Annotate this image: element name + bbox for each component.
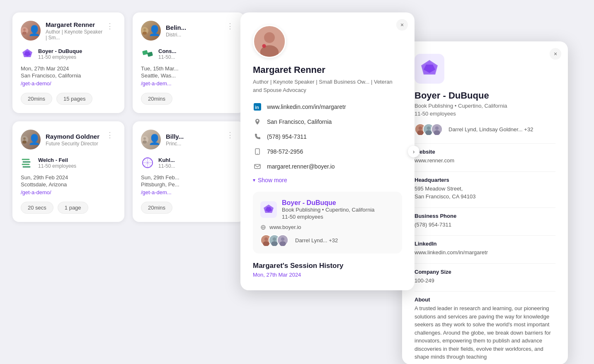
raymond-link[interactable]: /get-a-demo/	[21, 189, 51, 195]
card-menu-dots[interactable]: ⋮	[104, 21, 116, 31]
location-icon	[253, 117, 262, 126]
billy-name: Billy...	[166, 133, 184, 140]
card-belin[interactable]: Belin... Distri... ⋮ Cons... 11-50... Tu…	[133, 12, 245, 113]
visit-date: Mon, 27th Mar 2024	[21, 65, 116, 72]
divider-4	[415, 235, 555, 236]
card-person-raymond: Raymond Goldner Future Security Director	[21, 130, 99, 149]
svg-rect-6	[142, 50, 148, 55]
popup-company-desc: Book Publishing • Cupertino, California	[282, 207, 375, 213]
email-row: margaret.renner@boyer.io	[253, 162, 402, 171]
raymond-title: Future Security Director	[46, 141, 99, 147]
visit-location: San Francisco, California	[21, 72, 116, 79]
mobile-value: 798-572-2956	[267, 148, 303, 155]
raymond-menu[interactable]: ⋮	[104, 130, 116, 140]
company-popup-close[interactable]: ×	[550, 48, 561, 60]
card-belin-menu[interactable]: ⋮	[224, 21, 236, 31]
person-popup-avatar	[253, 25, 286, 58]
pages-badge: 15 pages	[56, 93, 93, 105]
date-location-raymond: Sun, 29th Feb 2024 Scottsdale, Arizona /…	[21, 174, 116, 196]
svg-point-40	[264, 237, 268, 241]
raymond-company: Welch - Feil	[38, 157, 76, 163]
divider-6	[415, 291, 555, 292]
belin-link[interactable]: /get-a-dem...	[141, 80, 172, 87]
card-person-info: Margaret Renner Author | Keynote Speaker…	[46, 21, 104, 41]
visit-link[interactable]: /get-a-demo/	[21, 80, 51, 87]
company-info-billy: Kuhl... 11-50...	[158, 157, 175, 169]
divider-5	[415, 263, 555, 264]
raymond-pages: 1 page	[58, 202, 88, 214]
person-company-card[interactable]: Boyer - DuBuque Book Publishing • Cupert…	[253, 192, 402, 253]
company-row-billy: Kuhl... 11-50...	[141, 156, 236, 169]
card-raymond[interactable]: Raymond Goldner Future Security Director…	[12, 121, 124, 222]
raymond-location: Scottsdale, Arizona	[21, 181, 116, 188]
billy-title: Princ...	[166, 141, 184, 147]
raymond-name: Raymond Goldner	[46, 133, 99, 140]
show-more-row[interactable]: ▾ Show more	[253, 177, 402, 183]
website-value: www.renner.com	[415, 157, 555, 165]
business-phone-label: Business Phone	[415, 213, 555, 219]
company-detail-avatars	[415, 123, 439, 135]
svg-point-2	[22, 31, 27, 35]
linkedin-label: LinkedIn	[415, 241, 555, 247]
svg-text:in: in	[255, 105, 259, 110]
card-person: Margaret Renner Author | Keynote Speaker…	[21, 21, 104, 41]
raymond-duration: 20 secs	[21, 202, 53, 214]
svg-point-30	[264, 32, 275, 43]
card-header-raymond: Raymond Goldner Future Security Director…	[21, 130, 116, 149]
mobile-icon	[253, 147, 262, 156]
session-history: Margaret's Session History Mon, 27th Mar…	[253, 262, 402, 278]
avatar-billy	[141, 130, 161, 149]
company-nav-arrow[interactable]: ›	[408, 146, 419, 157]
linkedin-section: LinkedIn www.linkedin.com/in/margaretr	[415, 241, 555, 257]
company-size-label: Company Size	[415, 269, 555, 275]
person-popup-close[interactable]: ×	[396, 19, 408, 31]
divider-3	[415, 207, 555, 208]
website-section: Website www.renner.com	[415, 149, 555, 165]
belin-duration: 20mins	[141, 93, 172, 105]
billy-duration: 20mins	[141, 202, 172, 214]
svg-point-4	[143, 29, 146, 31]
svg-point-52	[427, 126, 431, 130]
headquarters-value: 595 Meadow Street,San Francisco, CA 9410…	[415, 185, 555, 201]
linkedin-detail-value: www.linkedin.com/in/margaretr	[415, 248, 555, 257]
popup-company-name[interactable]: Boyer - DuBuque	[282, 199, 375, 207]
card-margaret[interactable]: Margaret Renner Author | Keynote Speaker…	[12, 12, 124, 113]
belin-location: Seattle, Was...	[141, 72, 236, 79]
card-footer-belin: 20mins	[141, 93, 236, 105]
headquarters-section: Headquarters 595 Meadow Street,San Franc…	[415, 177, 555, 201]
card-billy[interactable]: Billy... Princ... ⋮	[133, 121, 245, 222]
card-belin-title: Distri...	[166, 32, 186, 38]
divider-2	[415, 171, 555, 172]
company-avatar-3	[431, 123, 443, 135]
card-header-belin: Belin... Distri... ⋮	[141, 21, 236, 41]
billy-link[interactable]: /get-a-dem...	[141, 189, 172, 195]
mobile-row: 798-572-2956	[253, 147, 402, 156]
billy-menu[interactable]: ⋮	[224, 130, 236, 140]
company-popup: × Boyer - DuBuque Book Publishing • Cupe…	[402, 41, 568, 364]
svg-point-9	[23, 137, 26, 140]
show-more-label: Show more	[258, 177, 287, 183]
website-label: Website	[415, 149, 555, 155]
svg-point-36	[257, 153, 258, 154]
headquarters-label: Headquarters	[415, 177, 555, 183]
contact-avatars	[260, 234, 285, 246]
raymond-company-size: 11-50 employees	[38, 163, 76, 169]
svg-point-1	[23, 29, 26, 31]
avatar-belin	[141, 21, 161, 41]
billy-date: Sun, 29th Feb...	[141, 174, 236, 181]
belin-company-size: 11-50...	[158, 54, 176, 60]
person-company-header: Boyer - DuBuque Book Publishing • Cupert…	[260, 199, 395, 220]
popup-company-contacts: Darrel Lynd... +32	[260, 234, 395, 246]
raymond-date: Sun, 29th Feb 2024	[21, 174, 116, 181]
company-row: Boyer - DuBuque 11-50 employees	[21, 47, 116, 60]
show-more-chevron-icon: ▾	[253, 177, 255, 183]
card-person-title: Author | Keynote Speaker | Sm...	[46, 29, 104, 41]
card-footer-raymond: 20 secs 1 page	[21, 202, 116, 214]
card-person-info-belin: Belin... Distri...	[166, 24, 186, 38]
linkedin-icon: in	[253, 102, 262, 111]
contact-avatar-3	[277, 234, 289, 246]
billy-location: Pittsburgh, Pe...	[141, 181, 236, 188]
card-footer: 20mins 15 pages	[21, 93, 116, 105]
company-contacts-label: Darrel Lynd, Lindsay Goldner... +32	[449, 126, 533, 133]
contacts-label: Darrel Lynd... +32	[295, 237, 338, 243]
